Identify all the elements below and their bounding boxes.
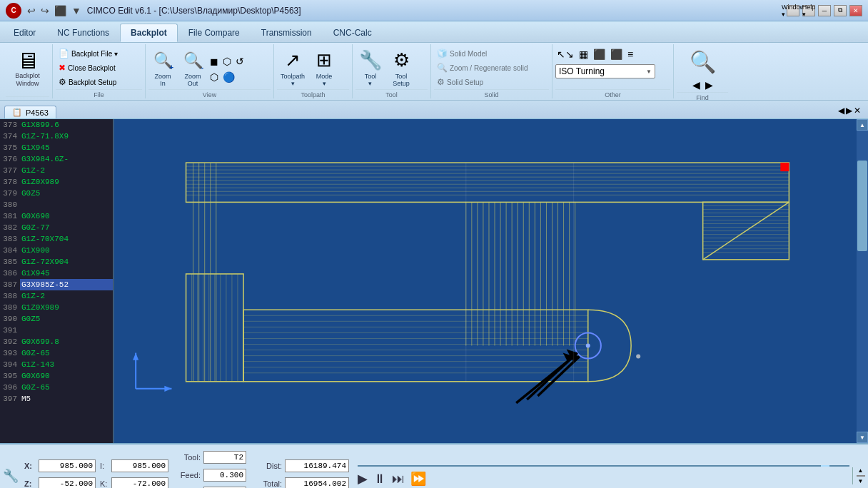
file-group-label: File bbox=[56, 89, 142, 98]
line-text[interactable]: G1Z-70X704 bbox=[20, 233, 113, 245]
line-text[interactable]: G1Z-2 bbox=[20, 165, 113, 176]
close-backplot-btn[interactable]: ✖ Close Backplot bbox=[56, 61, 118, 74]
tab-compare[interactable]: File Compare bbox=[178, 24, 251, 42]
line-text[interactable]: G0Z5 bbox=[20, 313, 113, 325]
solid-setup-btn[interactable]: ⚙ Solid Setup bbox=[434, 76, 486, 88]
line-text[interactable]: G1Z0X989 bbox=[20, 176, 113, 188]
line-text[interactable]: G1X900 bbox=[20, 245, 113, 256]
vertical-scrollbar[interactable]: ▲ ▼ bbox=[857, 119, 868, 443]
iso-turning-dropdown[interactable]: ISO Turning ▼ bbox=[555, 64, 655, 78]
solid-model-btn[interactable]: 🧊 Solid Model bbox=[434, 47, 490, 60]
line-text[interactable]: G0Z-77 bbox=[20, 222, 113, 233]
scrollbar-down-btn[interactable]: ▼ bbox=[857, 432, 868, 443]
view-cube-btn[interactable]: ◼ bbox=[208, 54, 220, 68]
main-content: 373G1X899.6374G1Z-71.8X9375G1X945376G3X9… bbox=[0, 119, 868, 488]
tool-setup-btn[interactable]: ⚙ ToolSetup bbox=[387, 47, 415, 89]
line-text[interactable]: M5 bbox=[20, 393, 113, 405]
other-icon3[interactable]: ⬛ bbox=[592, 47, 607, 61]
scrollbar-track[interactable] bbox=[857, 131, 868, 432]
restore-btn[interactable]: ⧉ bbox=[834, 5, 847, 16]
backplot-window-btn[interactable]: 🖥 BackplotWindow bbox=[11, 47, 44, 90]
qa-redo[interactable]: ↪ bbox=[39, 5, 51, 16]
tab-nc[interactable]: NC Functions bbox=[46, 24, 120, 42]
line-text[interactable]: G1Z-143 bbox=[20, 359, 113, 370]
backplot-setup-btn[interactable]: ⚙ Backplot Setup bbox=[56, 76, 119, 88]
line-text[interactable]: G1X899.6 bbox=[20, 119, 113, 131]
tool-value-input[interactable] bbox=[203, 451, 246, 464]
coord-tool-icon[interactable]: 🔧 bbox=[3, 468, 19, 484]
total-value-input[interactable] bbox=[285, 477, 349, 488]
i-value-input[interactable] bbox=[111, 459, 168, 472]
line-text[interactable] bbox=[20, 325, 113, 336]
view-rotate-btn[interactable]: ↺ bbox=[234, 54, 246, 68]
side-scroll-track[interactable] bbox=[857, 475, 865, 477]
help-menu[interactable]: Help ▾ bbox=[802, 5, 815, 16]
nav-right[interactable]: ▶ bbox=[846, 106, 852, 116]
line-text[interactable]: G1X945 bbox=[20, 268, 113, 279]
line-text[interactable]: G1Z0X989 bbox=[20, 302, 113, 313]
scrollbar-thumb[interactable] bbox=[857, 161, 867, 251]
doc-tab-p4563[interactable]: 📋 P4563 bbox=[4, 106, 56, 118]
backplot-file-btn[interactable]: 📄 Backplot File ▾ bbox=[56, 47, 121, 60]
progress-bar-container[interactable] bbox=[358, 465, 849, 467]
tab-cnccalc[interactable]: CNC-Calc bbox=[323, 24, 383, 42]
progress-thumb[interactable] bbox=[821, 465, 829, 467]
find-sub1[interactable]: ◀ bbox=[691, 78, 702, 92]
pause-btn[interactable]: ⏸ bbox=[373, 472, 386, 487]
view-hex-btn[interactable]: ⬡ bbox=[221, 54, 233, 68]
line-text[interactable]: G0Z5 bbox=[20, 188, 113, 199]
nav-close[interactable]: ✕ bbox=[854, 106, 861, 116]
side-scrollbar[interactable]: ▲ ▼ bbox=[852, 467, 865, 484]
feed-value-input[interactable] bbox=[203, 469, 246, 482]
line-text[interactable]: G1Z-71.8X9 bbox=[20, 131, 113, 142]
side-scroll-up[interactable]: ▲ bbox=[858, 467, 864, 474]
feed-label: Feed: bbox=[176, 471, 201, 479]
dist-value-input[interactable] bbox=[285, 459, 349, 472]
qa-new[interactable]: ⬛ bbox=[53, 5, 68, 16]
qa-undo[interactable]: ↩ bbox=[26, 5, 37, 16]
title-left: C ↩ ↪ ⬛ ▼ CIMCO Edit v6.1 - [C:\Users\Вл… bbox=[6, 3, 301, 19]
line-text[interactable] bbox=[20, 199, 113, 210]
tab-backplot[interactable]: Backplot bbox=[120, 24, 178, 42]
x-value-input[interactable] bbox=[39, 459, 96, 472]
minimize-btn[interactable]: ─ bbox=[818, 5, 831, 16]
zoom-out-btn[interactable]: 🔍 - ZoomOut bbox=[178, 48, 207, 89]
view-circle-btn[interactable]: 🔵 bbox=[221, 70, 236, 84]
zoom-in-btn[interactable]: 🔍 + ZoomIn bbox=[148, 48, 177, 89]
find-sub2[interactable]: ▶ bbox=[704, 78, 715, 92]
line-text[interactable]: G0X690 bbox=[20, 210, 113, 222]
k-value-input[interactable] bbox=[111, 477, 168, 488]
tab-editor[interactable]: Editor bbox=[3, 24, 46, 42]
fast-forward-btn[interactable]: ⏩ bbox=[410, 471, 426, 487]
side-scroll-down[interactable]: ▼ bbox=[858, 478, 864, 484]
line-text[interactable]: G3X984.6Z- bbox=[20, 153, 113, 165]
qa-dropdown[interactable]: ▼ bbox=[70, 5, 83, 16]
toolpath-btn[interactable]: ↗ Toolpath▾ bbox=[277, 47, 308, 89]
tool-btn[interactable]: 🔧 Tool▾ bbox=[355, 47, 385, 89]
zoom-regen-btn[interactable]: 🔍 Zoom / Regenerate solid bbox=[434, 61, 531, 74]
scrollbar-up-btn[interactable]: ▲ bbox=[857, 119, 868, 131]
line-text[interactable]: G1Z-72X904 bbox=[20, 256, 113, 268]
other-icon1[interactable]: ↖↘ bbox=[555, 47, 575, 61]
step-btn[interactable]: ⏭ bbox=[392, 472, 405, 487]
mode-btn[interactable]: ⊞ Mode▾ bbox=[310, 47, 338, 89]
view-hex2-btn[interactable]: ⬡ bbox=[208, 70, 220, 84]
line-text[interactable]: G3X985Z-52 bbox=[20, 279, 113, 290]
line-text[interactable]: G1Z-2 bbox=[20, 290, 113, 302]
tab-transmission[interactable]: Transmission bbox=[251, 24, 323, 42]
close-btn[interactable]: ✕ bbox=[849, 5, 862, 16]
line-text[interactable]: G0Z-65 bbox=[20, 347, 113, 359]
find-btn[interactable]: 🔍 bbox=[686, 47, 720, 76]
other-icon5[interactable]: ≡ bbox=[626, 47, 635, 61]
play-btn[interactable]: ▶ bbox=[358, 471, 368, 487]
nav-left[interactable]: ◀ bbox=[838, 106, 844, 116]
line-text[interactable]: G1X945 bbox=[20, 142, 113, 153]
other-icon2[interactable]: ▦ bbox=[577, 47, 590, 61]
line-text[interactable]: G0X690 bbox=[20, 370, 113, 382]
canvas-area[interactable]: ▲ ▼ bbox=[114, 119, 868, 443]
line-text[interactable]: G0X699.8 bbox=[20, 336, 113, 347]
z-value-input[interactable] bbox=[39, 477, 96, 488]
window-menu[interactable]: Window ▾ bbox=[787, 5, 799, 16]
other-icon4[interactable]: ⬛ bbox=[609, 47, 624, 61]
line-text[interactable]: G0Z-65 bbox=[20, 382, 113, 393]
